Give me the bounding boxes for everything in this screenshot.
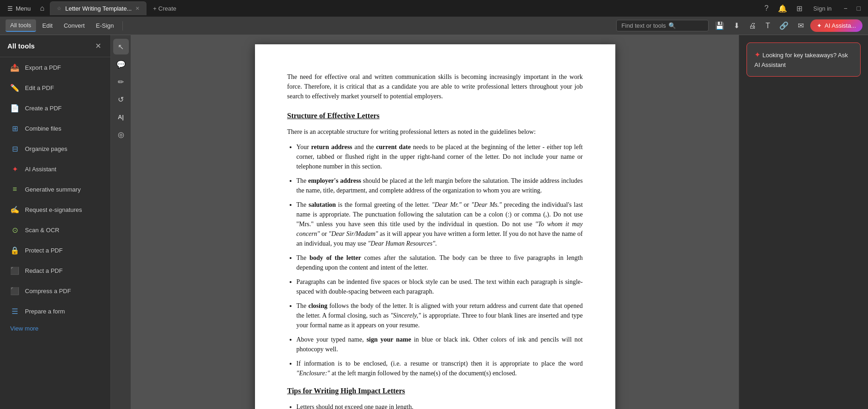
combine-files-label: Combine files	[25, 125, 100, 132]
tab-letter-writing[interactable]: ☆ Letter Writing Template... ✕	[50, 1, 146, 15]
tabs-area: ☆ Letter Writing Template... ✕ + Create	[50, 1, 758, 15]
pdf-intro-text: The need for effective oral and written …	[287, 72, 583, 101]
pdf-section2-bullets: Letters should not exceed one page in le…	[297, 402, 583, 409]
scan-ocr-icon: ⊙	[10, 225, 19, 235]
ai-assistant-label: AI Assistant	[25, 166, 100, 173]
pdf-bullet-1: Your return address and the current date…	[297, 142, 583, 171]
download-button[interactable]: ⬇	[731, 19, 742, 32]
pdf-bullet-7: Above your typed name, sign your name in…	[297, 335, 583, 354]
sidebar-header: All tools ✕	[0, 35, 110, 57]
find-text: Find text or tools	[621, 22, 666, 29]
pdf-section2-heading: Tips for Writing High Impact Letters	[287, 385, 583, 397]
text-tool-button[interactable]: A|	[113, 109, 129, 125]
sidebar-item-ai-assistant[interactable]: ✦ AI Assistant	[3, 160, 108, 178]
topbar-right: ? 🔔 ⊞ Sign in − □	[762, 2, 864, 15]
sidebar-item-redact-pdf[interactable]: ⬛ Redact a PDF	[3, 261, 108, 280]
ai-panel-sparkle-icon: ✦	[754, 51, 762, 59]
pdf-section1-bullets: Your return address and the current date…	[297, 142, 583, 378]
select-tool-button[interactable]: ↖	[113, 39, 129, 54]
sidebar-item-generative-summary[interactable]: ≡ Generative summary	[3, 180, 108, 198]
pdf-bullet-4: The body of the letter comes after the s…	[297, 253, 583, 272]
export-pdf-label: Export a PDF	[25, 64, 100, 71]
help-button[interactable]: ?	[762, 2, 771, 14]
request-esignatures-label: Request e-signatures	[25, 206, 100, 213]
ai-panel: ✦ Looking for key takeaways? Ask AI Assi…	[739, 35, 868, 409]
generative-summary-icon: ≡	[10, 185, 19, 194]
link-button[interactable]: 🔗	[777, 19, 791, 32]
view-more-link[interactable]: View more	[3, 321, 110, 336]
sidebar-item-combine-files[interactable]: ⊞ Combine files	[3, 119, 108, 138]
ai-panel-card-text: Looking for key takeaways? Ask AI Assist…	[754, 52, 848, 68]
edit-pdf-icon: ✏️	[10, 83, 19, 92]
pdf-bullet-5: Paragraphs can be indented five spaces o…	[297, 277, 583, 296]
generative-summary-label: Generative summary	[25, 186, 100, 193]
toolbar-separator-1	[122, 21, 123, 30]
sidebar-title: All tools	[7, 42, 35, 50]
esign-button[interactable]: E-Sign	[91, 20, 118, 31]
main-area: All tools ✕ 📤 Export a PDF ✏️ Edit a PDF…	[0, 35, 868, 409]
tab-close-icon[interactable]: ✕	[135, 6, 140, 12]
window-controls: − □	[840, 3, 864, 14]
protect-pdf-icon: 🔒	[10, 246, 19, 255]
pdf-bullet-tips-1: Letters should not exceed one page in le…	[297, 402, 583, 409]
home-button[interactable]: ⌂	[38, 2, 47, 14]
email-button[interactable]: ✉	[795, 19, 807, 32]
sidebar-item-organize-pages[interactable]: ⊟ Organize pages	[3, 139, 108, 158]
ai-panel-card[interactable]: ✦ Looking for key takeaways? Ask AI Assi…	[747, 42, 861, 77]
pdf-section1-heading: Structure of Effective Letters	[287, 110, 583, 121]
ocr-button[interactable]: T	[763, 20, 773, 32]
create-pdf-label: Create a PDF	[25, 105, 100, 112]
save-button[interactable]: 💾	[712, 19, 727, 32]
request-esignatures-icon: ✍	[10, 205, 19, 214]
tool-panel: ↖ 💬 ✏ ↺ A| ◎	[111, 35, 131, 409]
new-tab-button[interactable]: + Create	[148, 3, 181, 14]
compress-pdf-icon: ⬛	[10, 286, 19, 295]
minimize-button[interactable]: −	[840, 3, 851, 14]
pdf-bullet-6: The closing follows the body of the lett…	[297, 301, 583, 330]
sidebar-item-compress-pdf[interactable]: ⬛ Compress a PDF	[3, 282, 108, 300]
sidebar-item-scan-ocr[interactable]: ⊙ Scan & OCR	[3, 221, 108, 239]
sidebar-close-button[interactable]: ✕	[93, 41, 103, 51]
edit-button[interactable]: Edit	[38, 20, 57, 31]
find-bar[interactable]: Find text or tools 🔍	[616, 20, 709, 31]
rotate-tool-button[interactable]: ↺	[113, 91, 129, 107]
ai-assistant-toolbar-button[interactable]: ✦ AI Assista...	[810, 19, 862, 32]
sidebar-item-edit-pdf[interactable]: ✏️ Edit a PDF	[3, 78, 108, 97]
notification-button[interactable]: 🔔	[775, 2, 790, 15]
sign-in-button[interactable]: Sign in	[809, 3, 837, 14]
compress-pdf-label: Compress a PDF	[25, 288, 100, 295]
topbar: ☰ Menu ⌂ ☆ Letter Writing Template... ✕ …	[0, 0, 868, 17]
toolbar-right: Find text or tools 🔍 💾 ⬇ 🖨 T 🔗 ✉ ✦ AI As…	[616, 19, 862, 32]
pdf-page: The need for effective oral and written …	[255, 44, 615, 409]
edit-pdf-label: Edit a PDF	[25, 84, 100, 91]
print-button[interactable]: 🖨	[746, 20, 759, 32]
pdf-viewer[interactable]: The need for effective oral and written …	[131, 35, 739, 409]
sidebar-item-protect-pdf[interactable]: 🔒 Protect a PDF	[3, 241, 108, 259]
comment-tool-button[interactable]: 💬	[113, 56, 129, 72]
organize-pages-icon: ⊟	[10, 144, 19, 153]
pdf-bullet-8: If information is to be enclosed, (i.e. …	[297, 359, 583, 378]
sidebar-item-export-pdf[interactable]: 📤 Export a PDF	[3, 58, 108, 77]
new-tab-plus-icon: +	[153, 5, 157, 12]
tab-star-icon: ☆	[57, 6, 61, 12]
sidebar-item-request-e-signatures[interactable]: ✍ Request e-signatures	[3, 200, 108, 219]
redact-pdf-icon: ⬛	[10, 266, 19, 275]
organize-pages-label: Organize pages	[25, 145, 100, 152]
new-tab-label: Create	[158, 5, 176, 12]
sidebar-item-create-pdf[interactable]: 📄 Create a PDF	[3, 99, 108, 117]
redact-pdf-label: Redact a PDF	[25, 267, 100, 274]
scan-ocr-label: Scan & OCR	[25, 227, 100, 234]
ai-assistant-icon: ✦	[10, 164, 19, 174]
menu-button[interactable]: ☰ Menu	[4, 3, 35, 14]
create-pdf-icon: 📄	[10, 103, 19, 113]
maximize-button[interactable]: □	[853, 3, 864, 14]
stamp-tool-button[interactable]: ◎	[113, 126, 129, 142]
ai-assistant-label: AI Assista...	[825, 22, 856, 29]
ai-assistant-sparkle-icon: ✦	[817, 22, 822, 29]
draw-tool-button[interactable]: ✏	[113, 74, 129, 90]
sidebar-item-prepare-form[interactable]: ☰ Prepare a form	[3, 302, 108, 320]
convert-button[interactable]: Convert	[59, 20, 90, 31]
pdf-section1-subtext: There is an acceptable structure for wri…	[287, 127, 583, 137]
all-tools-button[interactable]: All tools	[6, 19, 36, 32]
apps-button[interactable]: ⊞	[794, 2, 805, 15]
